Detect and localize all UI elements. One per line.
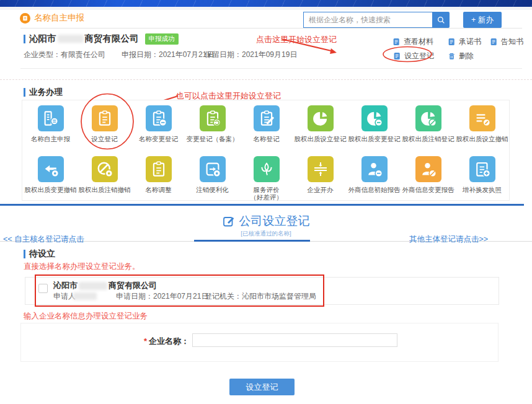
person-report-icon: [361, 156, 388, 182]
lines-edit-icon: [469, 105, 495, 131]
title-accent-bar: [24, 250, 25, 258]
required-mark: *: [144, 336, 147, 346]
pie-chart-icon: [308, 105, 334, 131]
page-title-text: 名称自主申报: [34, 12, 84, 24]
declare-date: 申报日期：2021年07月21日: [122, 50, 214, 60]
title-accent-bar: [24, 88, 25, 97]
top-banner: [0, 0, 532, 7]
tile-pledge-cancellation-revoke[interactable]: 股权出质注销撤销: [78, 156, 131, 201]
setup-registration-link[interactable]: 设立登记: [393, 51, 434, 61]
flower-icon: [254, 156, 280, 182]
clipboard-list-icon: [146, 156, 172, 182]
business-section-title: 业务办理: [24, 87, 63, 98]
clipboard-icon: [92, 105, 118, 131]
building-icon: [38, 105, 64, 131]
new-application-button[interactable]: + 新办: [463, 12, 502, 28]
pending-company-name[interactable]: 沁阳市商贸有限公司: [53, 280, 157, 291]
document-icon: [490, 38, 498, 46]
commitment-letter-link[interactable]: 承诺书: [448, 37, 481, 47]
establishment-submit-button[interactable]: 设立登记: [229, 379, 295, 395]
circle-cancel-icon: [92, 156, 118, 182]
self-naming-link[interactable]: << 自主核名登记请点击: [3, 234, 84, 245]
document-icon: [393, 52, 401, 60]
document-icon: [392, 38, 401, 46]
pie-chart-cancel-icon: [415, 105, 441, 131]
top-banner-shadow: [0, 7, 532, 10]
tile-change-registration-filing[interactable]: 变更登记（备案）: [185, 105, 239, 143]
company-name-suffix: 商贸有限公司: [85, 33, 139, 45]
tile-enterprise-opening[interactable]: 企业开办: [293, 156, 347, 201]
tile-cancellation-facilitation[interactable]: 注销便利化: [185, 156, 239, 201]
title-accent-bar: [24, 35, 25, 43]
pending-section-title: 待设立: [24, 248, 55, 260]
clipboard-edit-icon: [254, 105, 280, 131]
clipboard-refresh-icon: [200, 105, 226, 131]
tile-name-change-registration[interactable]: 名称变更登记: [131, 105, 185, 143]
box-arrow-icon: [200, 156, 226, 182]
registration-authority: 登记机关：沁阳市市场监督管理局: [205, 291, 316, 302]
document-icon: [448, 38, 456, 46]
company-name-input[interactable]: [192, 333, 397, 347]
view-materials-link[interactable]: 查看材料: [392, 37, 433, 47]
license-plus-icon: [469, 156, 495, 182]
registration-header: 公司设立登记: [0, 213, 532, 230]
declaration-icon: [20, 13, 30, 24]
redacted-applicant-name: [73, 292, 97, 300]
redacted-company-name: [79, 282, 107, 290]
apply-date: 申请日期：2021年07月21日: [116, 291, 208, 302]
tile-foreign-info-change-report[interactable]: 外商信息变更报告: [401, 156, 455, 201]
keep-date: 保留日期：2021年09月19日: [205, 50, 297, 60]
merge-arrows-icon: [308, 156, 334, 182]
tile-service-evaluation[interactable]: 服务评价 （好差评）: [239, 156, 293, 201]
tile-pledge-change-revoke[interactable]: 股权出质变更撤销: [24, 156, 78, 201]
annotation-click-here: 点击这里开始设立登记: [256, 34, 337, 45]
tile-name-self-declaration[interactable]: 名称自主申报: [24, 105, 78, 143]
edit-document-icon: [223, 215, 235, 227]
tile-row-2: 股权出质变更撤销 股权出质注销撤销 名称调整 注销便利化 服务评价 （好差评） …: [24, 156, 509, 201]
tile-name-registration[interactable]: 名称登记: [239, 105, 293, 143]
page: 名称自主申报 + 新办 沁阳市 商贸有限公司 申报成功 点击这里开始设立登记 查…: [0, 0, 532, 404]
person-report-change-icon: [415, 156, 441, 182]
company-type: 企业类型：有限责任公司: [24, 50, 105, 60]
section-divider: [20, 68, 522, 69]
redacted-company-name: [58, 35, 84, 43]
search-button[interactable]: [433, 12, 450, 28]
notice-letter-link[interactable]: 告知书: [490, 37, 523, 47]
tile-name-adjustment[interactable]: 名称调整: [131, 156, 185, 201]
tile-pledge-cancellation-registration[interactable]: 股权出质注销登记: [401, 105, 455, 143]
search-icon: [437, 15, 446, 25]
tile-pledge-establishment-revoke[interactable]: 股权出质设立撤销: [455, 105, 509, 143]
tile-pledge-establishment-registration[interactable]: 股权出质设立登记: [293, 105, 347, 143]
active-tab-underline: [194, 240, 310, 242]
dashed-divider: [0, 79, 532, 80]
other-entity-link[interactable]: 其他主体登记请点击>>: [409, 234, 488, 245]
page-title: 名称自主申报: [20, 12, 84, 24]
search-input[interactable]: [303, 12, 433, 28]
blue-divider: [0, 204, 524, 206]
clipboard-minus-icon: [146, 105, 172, 131]
status-badge: 申报成功: [145, 33, 179, 45]
tile-pledge-change-registration[interactable]: 股权出质变更登记: [347, 105, 401, 143]
arrow-return-icon: [38, 156, 64, 182]
tile-row-1: 名称自主申报 设立登记 名称变更登记 变更登记（备案） 名称登记 股权出质设立登…: [24, 105, 509, 143]
tile-foreign-info-initial-report[interactable]: 外商信息初始报告: [347, 156, 401, 201]
tile-establishment-registration[interactable]: 设立登记: [78, 105, 131, 143]
tile-license-reissue[interactable]: 增补换发执照: [455, 156, 509, 201]
declared-company: 沁阳市 商贸有限公司 申报成功: [24, 33, 179, 45]
company-name-prefix: 沁阳市: [29, 33, 56, 45]
input-note: 输入企业名称信息办理设立登记业务: [24, 311, 148, 322]
delete-link[interactable]: 删除: [448, 51, 474, 61]
company-checkbox[interactable]: [38, 284, 48, 293]
header-divider: [20, 28, 522, 29]
company-name-label: *企业名称：: [124, 336, 189, 347]
applicant-label: 申请人: [53, 291, 76, 302]
select-note: 直接选择名称办理设立登记业务。: [24, 261, 140, 272]
pie-chart-minus-icon: [361, 105, 388, 131]
registration-title: 公司设立登记: [239, 213, 310, 229]
trash-icon: [448, 52, 456, 60]
